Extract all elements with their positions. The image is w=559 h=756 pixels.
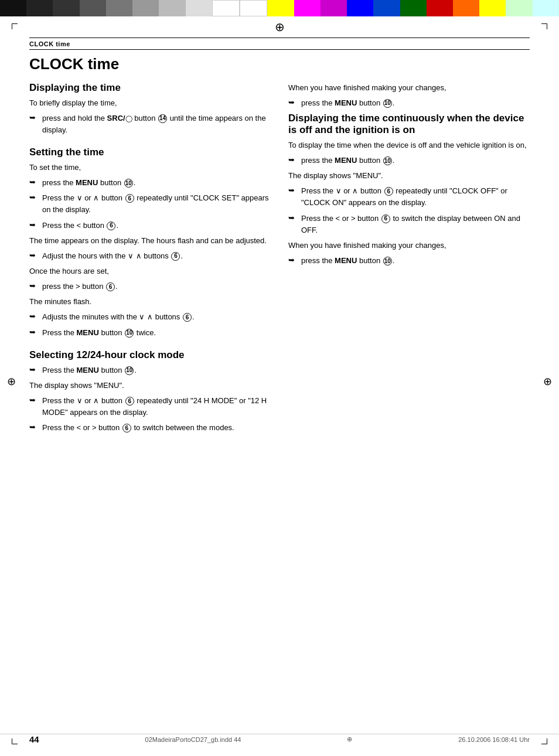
footer-right: 26.10.2006 16:08:41 Uhr [458,736,530,743]
footer-left: 02MadeiraPortoCD27_gb.indd 44 [145,736,241,743]
bullet-press-menu-1: ➥ press the MENU button 10. [29,177,271,189]
bullet-clock-off-on: ➥ Press the ∨ or ∧ button 6 repeatedly u… [288,185,530,209]
page-number: 44 [29,734,39,744]
color-seg-16 [400,0,427,16]
bullet-press-menu-clock-mode: ➥ Press the MENU button 10. [29,365,271,376]
circle-6-r2: 6 [381,214,390,223]
bullet-arrow-r5: ➥ [288,256,301,264]
two-column-layout: Displaying the time To briefly display t… [29,82,530,438]
color-seg-1 [0,0,26,16]
circle-10-r3: 10 [383,257,392,265]
bullet-text-adjust-minutes: Adjusts the minutes with the ∨ ∧ buttons… [42,311,271,323]
bullet-arrow-r4: ➥ [288,213,301,222]
body-text-device-off: To display the time when the device is o… [288,139,530,151]
bullet-arrow-icon: ➥ [29,113,42,122]
color-seg-13 [321,0,347,16]
color-seg-15 [373,0,400,16]
color-seg-11 [267,0,294,16]
circle-10-r1: 10 [383,99,392,108]
circle-10-1: 10 [124,179,133,188]
color-seg-2 [26,0,53,16]
bullet-updown-24h: ➥ Press the ∨ or ∧ button 6 repeatedly u… [29,395,271,418]
bullet-text-menu-clock-mode: Press the MENU button 10. [42,365,271,376]
left-crosshair-icon: ⊕ [7,375,16,388]
circle-6-6: 6 [125,397,134,406]
corner-mark-tl [12,23,18,29]
bullet-arrow-1: ➥ [29,178,42,186]
top-crosshair-icon: ⊕ [275,20,285,34]
bullet-arrow-4: ➥ [29,251,42,260]
color-seg-8 [186,0,212,16]
bullet-text-menu-done-2: press the MENU button 10. [301,255,530,267]
color-seg-9 [212,0,240,16]
bullet-arrow-6: ➥ [29,312,42,321]
bullet-src-button: ➥ press and hold the SRC/◯ button 14 unt… [29,113,271,136]
bullet-arrow-10: ➥ [29,423,42,431]
color-seg-14 [347,0,373,16]
bullet-arrow-8: ➥ [29,365,42,374]
bullet-press-menu-done-1: ➥ press the MENU button 10. [288,97,530,109]
circle-6-5: 6 [183,313,192,322]
bullet-text-menu-done-1: press the MENU button 10. [301,97,530,109]
bullet-text-switch-modes: Press the < or > button 6 to switch betw… [42,422,271,434]
bullet-adjust-hours: ➥ Adjust the hours with the ∨ ∧ buttons … [29,250,271,262]
circle-6-r1: 6 [384,187,393,196]
corner-mark-tr [541,23,547,29]
top-crosshair-area: ⊕ [0,16,559,38]
circle-10-2: 10 [125,329,134,338]
bullet-arrow-r2: ➥ [288,155,301,164]
body-text-shows-menu-1: The display shows "MENU". [29,380,271,391]
body-text-briefly: To briefly display the time, [29,97,271,109]
right-crosshair-icon: ⊕ [543,375,552,388]
body-text-finished-1: When you have finished making your chang… [288,82,530,94]
bullet-press-right: ➥ press the > button 6. [29,281,271,292]
bullet-arrow-3: ➥ [29,220,42,229]
circle-14: 14 [158,114,167,123]
body-text-hours-set: Once the hours are set, [29,265,271,277]
color-seg-3 [53,0,79,16]
bullet-text-menu-twice: Press the MENU button 10 twice. [42,327,271,339]
color-seg-12 [294,0,321,16]
page-title: CLOCK time [29,56,530,73]
section-title-clock-mode: Selecting 12/24-hour clock mode [29,349,271,361]
color-seg-21 [533,0,559,16]
section-title-setting-time: Setting the time [29,147,271,158]
color-seg-20 [506,0,532,16]
bullet-text-updown-24h: Press the ∨ or ∧ button 6 repeatedly unt… [42,395,271,418]
circle-10-3: 10 [125,366,134,375]
right-column: When you have finished making your chang… [288,82,530,438]
bullet-press-updown-1: ➥ Press the ∨ or ∧ button 6 repeatedly u… [29,192,271,216]
color-bar [0,0,559,16]
bullet-text-right: press the > button 6. [42,281,271,292]
bullet-text-updown-1: Press the ∨ or ∧ button 6 repeatedly unt… [42,192,271,216]
body-text-to-set: To set the time, [29,162,271,173]
bullet-text-clock-off-on: Press the ∨ or ∧ button 6 repeatedly unt… [301,185,530,209]
left-column: Displaying the time To briefly display t… [29,82,271,438]
body-text-minutes-flash: The minutes flash. [29,296,271,308]
bullet-arrow-7: ➥ [29,328,42,336]
bullet-text-menu-r2: press the MENU button 10. [301,155,530,166]
color-seg-19 [479,0,506,16]
body-text-finished-2: When you have finished making your chang… [288,240,530,251]
bullet-arrow-r3: ➥ [288,186,301,195]
circle-6-1: 6 [125,194,134,203]
color-seg-17 [427,0,453,16]
color-seg-18 [453,0,479,16]
section-header-label: CLOCK time [29,40,70,47]
circle-6-3: 6 [171,252,180,261]
bullet-text-menu-1: press the MENU button 10. [42,177,271,189]
bullet-press-menu-r2: ➥ press the MENU button 10. [288,155,530,166]
circle-10-r2: 10 [383,156,392,165]
circle-6-4: 6 [106,282,115,291]
bullet-adjust-minutes: ➥ Adjusts the minutes with the ∨ ∧ butto… [29,311,271,323]
circle-6-2: 6 [107,222,115,230]
color-seg-4 [80,0,106,16]
section-title-displaying-time: Displaying the time [29,82,271,94]
bullet-switch-on-off: ➥ Press the < or > button 6 to switch th… [288,213,530,236]
bullet-press-menu-twice: ➥ Press the MENU button 10 twice. [29,327,271,339]
page-footer: 44 02MadeiraPortoCD27_gb.indd 44 ⊕ 26.10… [0,734,559,744]
bullet-press-menu-done-2: ➥ press the MENU button 10. [288,255,530,267]
bullet-press-left: ➥ Press the < button 6. [29,220,271,231]
bullet-arrow-9: ➥ [29,396,42,404]
bullet-switch-modes: ➥ Press the < or > button 6 to switch be… [29,422,271,434]
